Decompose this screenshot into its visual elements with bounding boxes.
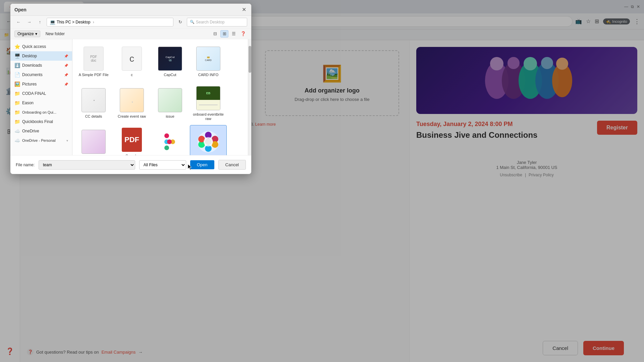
desktop-icon: 🖥️ (14, 53, 20, 59)
team-svg (196, 130, 220, 154)
documents-icon: 📄 (14, 72, 20, 77)
dialog-title: Open (14, 7, 26, 12)
list-item[interactable]: promo code raw (75, 125, 112, 155)
file-name: Create event raw (118, 114, 146, 119)
sidebar-documents[interactable]: 📄 Documents 📌 (10, 70, 72, 79)
chevron-icon: ▾ (35, 32, 37, 36)
sidebar-quick-access[interactable]: ⭐ Quick access (10, 42, 72, 51)
file-icon-c: c (120, 47, 144, 71)
view-grid-btn[interactable]: ⊞ (220, 30, 228, 38)
sidebar-quickbooks[interactable]: 📁 Quickbooks Final (10, 117, 72, 126)
file-icon-cardinfo: 💳CARD (196, 47, 220, 71)
list-item[interactable]: c c (113, 42, 150, 82)
dialog-up-btn[interactable]: ↑ (36, 18, 44, 26)
file-icon-pdf-simple: PDFdoc (82, 47, 106, 71)
pin-icon-dl: 📌 (64, 64, 68, 67)
onedrive-personal-icon: ☁️ (14, 138, 20, 143)
file-icon-slack (158, 130, 182, 154)
slack-svg (160, 132, 180, 152)
list-item[interactable]: issue (152, 83, 189, 124)
svg-point-24 (205, 138, 212, 145)
sidebar-eason[interactable]: 📁 Eason (10, 98, 72, 108)
dialog-close-btn[interactable]: ✕ (240, 6, 247, 13)
folder-icon-eason: 📁 (14, 100, 20, 106)
file-icon-ccdetails (82, 88, 106, 112)
pictures-icon: 🖼️ (14, 81, 20, 87)
search-icon: 🔍 (190, 20, 195, 24)
svg-point-12 (164, 145, 169, 150)
file-icon-team (196, 130, 220, 154)
help-btn[interactable]: ❓ (239, 30, 247, 38)
file-icon-onboard: EB (196, 86, 220, 110)
file-name: CapCut (164, 73, 176, 77)
svg-point-10 (164, 133, 169, 138)
sidebar-onboarding[interactable]: 📁 Onboarding on Qui... (10, 108, 72, 117)
dialog-back-btn[interactable]: ← (14, 18, 22, 26)
sidebar-pictures[interactable]: 🖼️ Pictures 📌 (10, 79, 72, 89)
dialog-titlebar: Open ✕ (10, 4, 251, 16)
pin-icon-doc: 📌 (64, 73, 68, 77)
dialog-actions-bar: Organize ▾ New folder ⊟ ⊞ ☰ ❓ (10, 28, 251, 39)
dialog-sidebar: ⭐ Quick access 🖥️ Desktop 📌 ⬇️ Downloads… (10, 39, 72, 155)
view-pane-btn[interactable]: ⊟ (211, 30, 219, 38)
open-button[interactable]: Open (190, 160, 214, 169)
sidebar-downloads[interactable]: ⬇️ Downloads 📌 (10, 61, 72, 70)
list-item[interactable]: EB onboard eventbrite raw (190, 83, 227, 124)
scrollbar-thumb[interactable] (249, 46, 251, 73)
filename-input[interactable]: team (39, 160, 135, 170)
pin-icon: 📌 (64, 54, 68, 58)
dialog-toolbar: ← → ↑ 💻 This PC > Desktop › ↻ 🔍 Search D… (10, 16, 251, 28)
filetype-select[interactable]: All Files (139, 160, 186, 170)
onedrive-icon: ☁️ (14, 128, 20, 134)
sidebar-desktop[interactable]: 🖥️ Desktop 📌 (10, 51, 72, 61)
list-item[interactable]: PDF Sample Document1 (113, 125, 150, 155)
list-item[interactable]: Create event raw (113, 83, 150, 124)
file-icon-createevent (120, 88, 144, 112)
file-icon-sample-doc: PDF (120, 128, 144, 152)
file-name: A Simple PDF File (78, 73, 108, 77)
star-icon: ⭐ (14, 44, 20, 49)
svg-point-15 (167, 139, 172, 144)
file-name: Sample Document1 (116, 154, 148, 155)
chevron-icon-od: ▾ (66, 139, 68, 142)
dialog-body: ⭐ Quick access 🖥️ Desktop 📌 ⬇️ Downloads… (10, 39, 251, 155)
organize-btn[interactable]: Organize ▾ (14, 31, 40, 37)
filename-label: File name: (16, 163, 35, 167)
dialog-path: This PC > Desktop › (57, 20, 94, 24)
sidebar-coda[interactable]: 📁 CODA FINAL (10, 89, 72, 98)
list-item[interactable]: CapCut📹 CapCut (152, 42, 189, 82)
vertical-scrollbar[interactable] (248, 39, 251, 155)
view-details-btn[interactable]: ☰ (230, 30, 238, 38)
list-item[interactable]: CC details (75, 83, 112, 124)
dialog-address[interactable]: 💻 This PC > Desktop › (47, 18, 173, 26)
file-icon-capcut: CapCut📹 (158, 47, 182, 71)
file-name: CC details (85, 114, 102, 119)
list-item[interactable]: PDFdoc A Simple PDF File (75, 42, 112, 82)
dialog-search-box[interactable]: 🔍 Search Desktop (187, 18, 247, 26)
sidebar-onedrive[interactable]: ☁️ OneDrive (10, 126, 72, 136)
list-item[interactable]: 💳CARD CARD INFO (190, 42, 227, 82)
file-grid: PDFdoc A Simple PDF File c c (72, 39, 248, 155)
dialog-refresh-btn[interactable]: ↻ (176, 18, 184, 26)
downloads-icon: ⬇️ (14, 63, 20, 68)
file-dialog: Open ✕ ← → ↑ 💻 This PC > Desktop › ↻ 🔍 S… (10, 3, 252, 174)
dialog-bottom: File name: team All Files Open Cancel (10, 155, 251, 174)
sidebar-onedrive-personal[interactable]: ☁️ OneDrive - Personal ▾ (10, 136, 72, 145)
file-name: onboard eventbrite raw (193, 112, 224, 121)
dialog-forward-btn[interactable]: → (25, 18, 33, 26)
file-icon-issue (158, 88, 182, 112)
file-name: c (131, 73, 133, 77)
folder-icon-coda: 📁 (14, 91, 20, 96)
list-item[interactable]: Slack (152, 125, 189, 155)
folder-icon-onboard: 📁 (14, 110, 20, 115)
list-item[interactable]: team (190, 125, 227, 155)
view-buttons: ⊟ ⊞ ☰ ❓ (211, 30, 247, 38)
pin-icon-pic: 📌 (64, 82, 68, 86)
folder-icon-qb: 📁 (14, 119, 20, 124)
dialog-cancel-button[interactable]: Cancel (218, 160, 246, 170)
file-name: CARD INFO (198, 73, 219, 77)
file-icon-promo (82, 130, 106, 154)
file-area: PDFdoc A Simple PDF File c c (72, 39, 251, 155)
file-name: issue (166, 114, 174, 119)
new-folder-btn[interactable]: New folder (43, 31, 67, 37)
